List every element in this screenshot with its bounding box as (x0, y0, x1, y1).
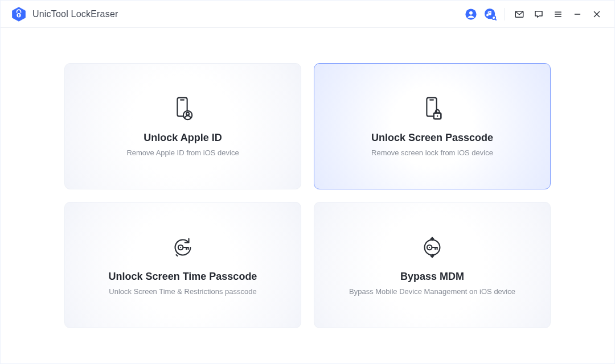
card-unlock-screen-time[interactable]: Unlock Screen Time Passcode Unlock Scree… (64, 202, 301, 328)
svg-point-28 (180, 247, 181, 248)
key-bypass-icon (419, 234, 445, 260)
card-title: Unlock Screen Passcode (371, 132, 493, 144)
feature-grid: Unlock Apple ID Remove Apple ID from iOS… (64, 63, 551, 328)
svg-point-26 (437, 115, 438, 117)
card-description: Unlock Screen Time & Restrictions passco… (109, 287, 256, 296)
feedback-icon[interactable] (529, 5, 548, 24)
app-title: UnicTool LockEraser (32, 9, 118, 19)
card-unlock-screen-passcode[interactable]: Unlock Screen Passcode Remove screen loc… (314, 63, 551, 189)
account-icon[interactable] (461, 5, 481, 24)
card-description: Bypass Mobile Device Management on iOS d… (349, 287, 515, 296)
phone-person-icon (170, 96, 196, 122)
svg-point-6 (469, 11, 473, 14)
card-description: Remove screen lock from iOS device (371, 148, 493, 157)
svg-line-9 (495, 19, 496, 20)
card-unlock-apple-id[interactable]: Unlock Apple ID Remove Apple ID from iOS… (64, 63, 301, 189)
separator (505, 8, 505, 20)
svg-point-10 (493, 16, 495, 19)
music-search-icon[interactable] (481, 5, 500, 24)
minimize-button[interactable] (568, 5, 587, 24)
card-bypass-mdm[interactable]: Bypass MDM Bypass Mobile Device Manageme… (314, 202, 551, 328)
close-button[interactable] (587, 5, 606, 24)
main-content: Unlock Apple ID Remove Apple ID from iOS… (1, 28, 614, 363)
app-window: UnicTool LockEraser (0, 0, 615, 364)
svg-point-34 (429, 247, 430, 248)
app-logo-icon (11, 6, 27, 22)
card-title: Bypass MDM (400, 271, 464, 283)
mail-icon[interactable] (510, 5, 529, 24)
titlebar: UnicTool LockEraser (1, 1, 614, 28)
menu-icon[interactable] (548, 5, 568, 24)
card-description: Remove Apple ID from iOS device (126, 148, 239, 157)
svg-point-4 (18, 14, 19, 15)
card-title: Unlock Apple ID (144, 132, 222, 144)
card-title: Unlock Screen Time Passcode (109, 271, 257, 283)
key-refresh-icon (170, 234, 196, 260)
phone-lock-icon (419, 96, 445, 122)
